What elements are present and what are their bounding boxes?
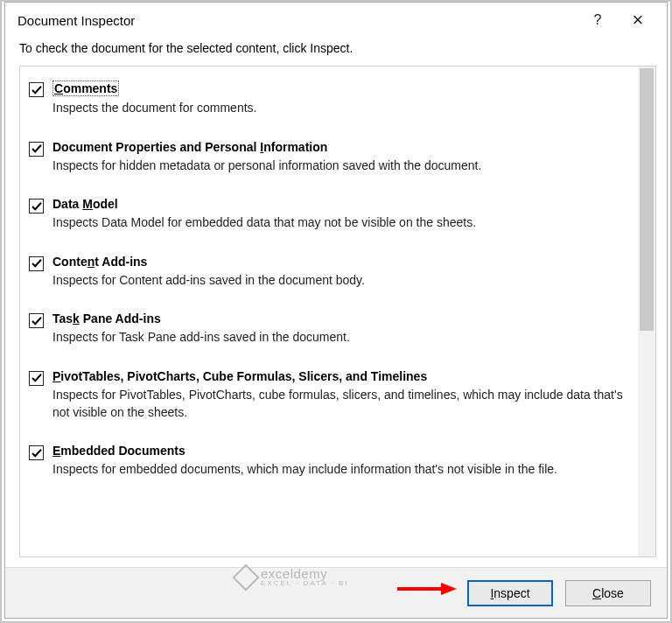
inspection-item-desc: Inspects Data Model for embedded data th… (52, 214, 629, 232)
close-window-button[interactable]: × (618, 5, 658, 35)
inspection-list: CommentsInspects the document for commen… (19, 66, 656, 557)
inspection-item: Content Add-insInspects for Content add-… (27, 246, 633, 304)
close-button[interactable]: Close (565, 580, 651, 606)
document-inspector-dialog: Document Inspector ? × To check the docu… (4, 2, 668, 619)
inspection-item-title: Document Properties and Personal Informa… (52, 140, 327, 154)
inspection-item-title: Embedded Documents (52, 444, 186, 458)
inspection-item: Document Properties and Personal Informa… (27, 131, 633, 189)
checkbox[interactable] (29, 313, 44, 328)
inspection-item: Embedded DocumentsInspects for embedded … (27, 435, 633, 493)
inspection-item-desc: Inspects for hidden metadata or personal… (52, 158, 629, 175)
inspection-item-desc: Inspects the document for comments. (52, 100, 629, 117)
checkbox[interactable] (29, 256, 44, 271)
inspection-item-desc: Inspects for Content add-ins saved in th… (52, 272, 629, 290)
scrollbar-thumb[interactable] (640, 68, 654, 331)
dialog-footer: Inspect Close (5, 567, 667, 618)
inspection-item-desc: Inspects for Task Pane add-ins saved in … (52, 329, 629, 346)
inspection-item: PivotTables, PivotCharts, Cube Formulas,… (27, 360, 633, 435)
checkbox[interactable] (29, 142, 44, 157)
inspection-item-title: Task Pane Add-ins (52, 312, 161, 326)
inspection-item-desc: Inspects for PivotTables, PivotCharts, c… (52, 387, 629, 421)
scrollbar[interactable] (638, 66, 655, 556)
inspection-item: Data ModelInspects Data Model for embedd… (27, 188, 633, 246)
instruction-text: To check the document for the selected c… (5, 38, 667, 66)
checkbox[interactable] (29, 445, 44, 460)
inspection-item-title: Content Add-ins (52, 255, 147, 269)
inspect-button[interactable]: Inspect (467, 580, 553, 606)
inspection-item: Task Pane Add-insInspects for Task Pane … (27, 303, 633, 360)
inspection-item-title: PivotTables, PivotCharts, Cube Formulas,… (52, 369, 427, 383)
inspection-item-desc: Inspects for embedded documents, which m… (52, 461, 629, 479)
help-button[interactable]: ? (578, 5, 618, 35)
inspection-item: CommentsInspects the document for commen… (27, 72, 633, 131)
inspection-item-title: Comments (52, 80, 119, 96)
inspection-item-title: Data Model (52, 197, 118, 211)
checkbox[interactable] (29, 82, 44, 97)
titlebar: Document Inspector ? × (5, 3, 667, 38)
checkbox[interactable] (29, 371, 44, 386)
checkbox[interactable] (29, 199, 44, 214)
window-title: Document Inspector (18, 13, 578, 28)
